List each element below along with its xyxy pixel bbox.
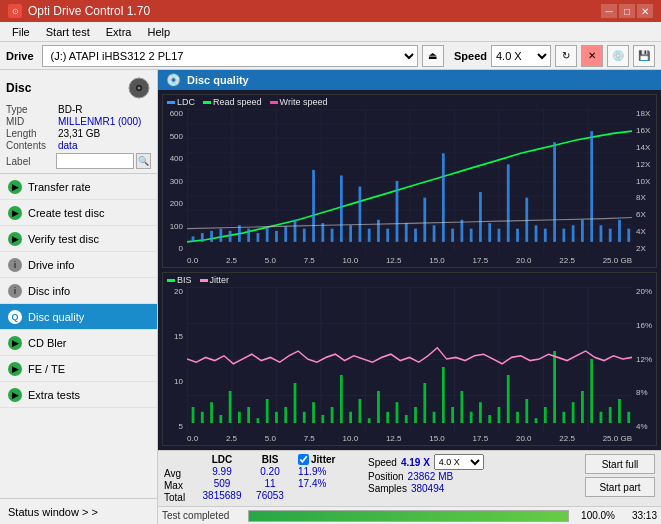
sidebar-item-label-drive-info: Drive info: [28, 259, 74, 271]
start-part-button[interactable]: Start part: [585, 477, 655, 497]
maximize-button[interactable]: □: [619, 4, 635, 18]
chart2-y-axis-left: 20 15 10 5: [163, 287, 185, 431]
svg-rect-37: [488, 223, 491, 242]
window-controls: ─ □ ✕: [601, 4, 653, 18]
svg-rect-92: [535, 418, 538, 423]
sidebar-item-extra-tests[interactable]: ▶ Extra tests: [0, 382, 157, 408]
svg-rect-62: [257, 418, 260, 423]
speed-row: Speed 4.19 X 4.0 X: [368, 454, 484, 470]
bis-avg: 0.20: [252, 466, 288, 477]
svg-rect-26: [386, 229, 389, 242]
svg-rect-76: [386, 412, 389, 423]
svg-rect-64: [275, 412, 278, 423]
sidebar-item-verify-test-disc[interactable]: ▶ Verify test disc: [0, 226, 157, 252]
minimize-button[interactable]: ─: [601, 4, 617, 18]
status-window-label: Status window > >: [8, 506, 98, 518]
total-label: Total: [164, 492, 192, 503]
position-row: Position 23862 MB: [368, 471, 484, 482]
svg-rect-84: [460, 391, 463, 423]
svg-rect-31: [433, 225, 436, 242]
svg-rect-101: [618, 399, 621, 423]
action-buttons: Start full Start part: [585, 454, 655, 497]
svg-rect-44: [553, 142, 556, 242]
menu-starttest[interactable]: Start test: [38, 24, 98, 40]
svg-rect-43: [544, 229, 547, 242]
sidebar-item-drive-info[interactable]: i Drive info: [0, 252, 157, 278]
svg-rect-100: [609, 407, 612, 423]
svg-rect-28: [405, 223, 408, 242]
legend-jitter: Jitter: [200, 275, 230, 285]
main-layout: Disc Type BD-R MID MILLENMR1 (000) Lengt…: [0, 70, 661, 524]
svg-rect-85: [470, 412, 473, 423]
svg-rect-9: [229, 231, 232, 242]
sidebar-item-disc-info[interactable]: i Disc info: [0, 278, 157, 304]
legend-writespeed: Write speed: [270, 97, 328, 107]
svg-rect-6: [201, 233, 204, 242]
legend-bis-label: BIS: [177, 275, 192, 285]
status-window-button[interactable]: Status window > >: [0, 498, 157, 524]
svg-rect-98: [590, 359, 593, 423]
sidebar: Disc Type BD-R MID MILLENMR1 (000) Lengt…: [0, 70, 158, 524]
drive-select[interactable]: (J:) ATAPI iHBS312 2 PL17: [42, 45, 418, 67]
disc-label-input[interactable]: [56, 153, 134, 169]
chart1-x-axis: 0.0 2.5 5.0 7.5 10.0 12.5 15.0 17.5 20.0…: [187, 256, 632, 265]
svg-rect-30: [423, 198, 426, 242]
svg-rect-22: [349, 225, 352, 242]
sidebar-item-transfer-rate[interactable]: ▶ Transfer rate: [0, 174, 157, 200]
bis-max: 11: [252, 478, 288, 489]
sidebar-item-label-transfer-rate: Transfer rate: [28, 181, 91, 193]
ldc-avg: 9.99: [202, 466, 242, 477]
menu-extra[interactable]: Extra: [98, 24, 140, 40]
legend-writespeed-label: Write speed: [280, 97, 328, 107]
svg-rect-79: [414, 407, 417, 423]
sidebar-item-cd-bler[interactable]: ▶ CD Bler: [0, 330, 157, 356]
stats-jitter-col: Jitter 11.9% 17.4%: [298, 454, 358, 490]
legend-ldc: LDC: [167, 97, 195, 107]
sidebar-menu: ▶ Transfer rate ▶ Create test disc ▶ Ver…: [0, 174, 157, 498]
jitter-checkbox[interactable]: [298, 454, 309, 465]
svg-rect-40: [516, 229, 519, 242]
disc-label-search-icon[interactable]: 🔍: [136, 153, 151, 169]
disc-header: Disc: [6, 76, 151, 100]
speed-select[interactable]: 4.0 X: [491, 45, 551, 67]
svg-rect-95: [562, 412, 565, 423]
svg-rect-60: [238, 412, 241, 423]
close-button[interactable]: ✕: [637, 4, 653, 18]
chart1-y-axis-right: 18X 16X 14X 12X 10X 8X 6X 4X 2X: [634, 109, 656, 253]
svg-rect-97: [581, 391, 584, 423]
save-button[interactable]: 💾: [633, 45, 655, 67]
svg-rect-38: [498, 229, 501, 242]
legend-ldc-color: [167, 101, 175, 104]
menu-help[interactable]: Help: [139, 24, 178, 40]
svg-rect-69: [321, 415, 324, 423]
fe-te-icon: ▶: [8, 362, 22, 376]
erase-button[interactable]: ✕: [581, 45, 603, 67]
svg-rect-35: [470, 229, 473, 242]
start-full-button[interactable]: Start full: [585, 454, 655, 474]
stats-bis-col: BIS 0.20 11 76053: [252, 454, 288, 501]
svg-rect-45: [562, 229, 565, 242]
cd-bler-icon: ▶: [8, 336, 22, 350]
disc-header-label: Disc: [6, 81, 127, 95]
svg-rect-66: [294, 383, 297, 423]
app-title: Opti Drive Control 1.70: [28, 4, 601, 18]
svg-rect-18: [312, 170, 315, 242]
svg-rect-39: [507, 164, 510, 242]
chart1-y-axis-left: 600 500 400 300 200 100 0: [163, 109, 185, 253]
eject-button[interactable]: ⏏: [422, 45, 444, 67]
legend-bis: BIS: [167, 275, 192, 285]
svg-rect-7: [210, 231, 213, 242]
sidebar-item-create-test-disc[interactable]: ▶ Create test disc: [0, 200, 157, 226]
transfer-rate-icon: ▶: [8, 180, 22, 194]
svg-rect-42: [535, 225, 538, 242]
disc-button[interactable]: 💿: [607, 45, 629, 67]
speed-label: Speed: [454, 50, 487, 62]
speed-refresh-button[interactable]: ↻: [555, 45, 577, 67]
sidebar-item-disc-quality[interactable]: Q Disc quality: [0, 304, 157, 330]
speed-select-stats[interactable]: 4.0 X: [434, 454, 484, 470]
legend-readspeed-label: Read speed: [213, 97, 262, 107]
sidebar-item-fe-te[interactable]: ▶ FE / TE: [0, 356, 157, 382]
svg-rect-34: [460, 220, 463, 242]
menu-file[interactable]: File: [4, 24, 38, 40]
menu-bar: File Start test Extra Help: [0, 22, 661, 42]
